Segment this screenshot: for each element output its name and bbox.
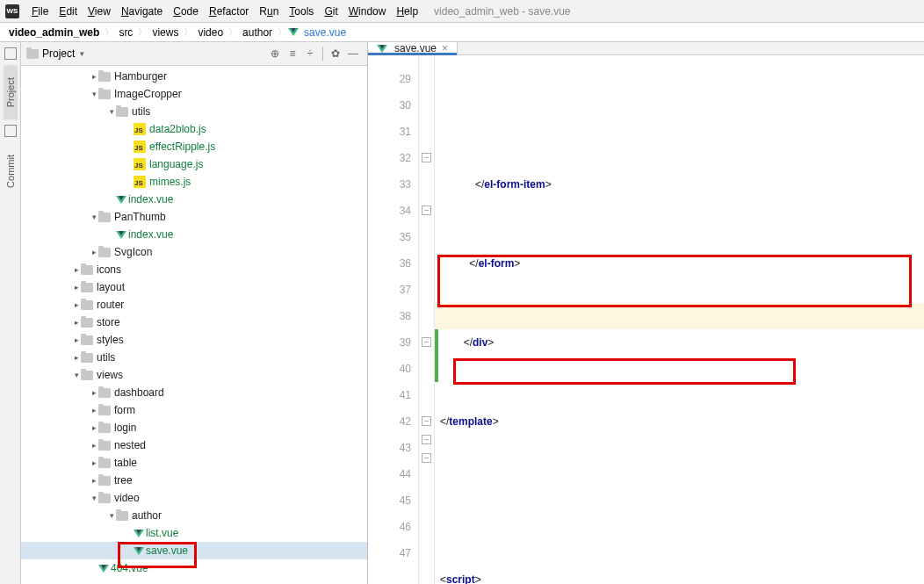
fold-marker-icon[interactable]: – bbox=[422, 435, 431, 444]
vue-file-icon bbox=[98, 565, 109, 573]
gutter-tab-project[interactable]: Project bbox=[4, 65, 18, 119]
tree-folder[interactable]: ▾video bbox=[21, 489, 367, 507]
tree-folder[interactable]: ▸tree bbox=[21, 472, 367, 489]
menu-git[interactable]: Git bbox=[319, 4, 343, 19]
tree-folder[interactable]: ▸layout bbox=[21, 278, 367, 296]
tree-folder[interactable]: ▸icons bbox=[21, 261, 367, 278]
tree-folder[interactable]: ▸styles bbox=[21, 331, 367, 349]
fold-marker-icon[interactable]: – bbox=[422, 205, 431, 215]
folder-icon bbox=[98, 248, 111, 257]
tree-folder[interactable]: ▸utils bbox=[21, 349, 367, 366]
vue-file-icon bbox=[116, 196, 126, 204]
tree-folder[interactable]: ▾utils bbox=[21, 103, 367, 120]
menu-navigate[interactable]: Navigate bbox=[116, 4, 168, 19]
tree-folder[interactable]: ▾PanThumb bbox=[21, 208, 367, 226]
tree-file[interactable]: list.vue bbox=[21, 524, 367, 542]
menu-refactor[interactable]: Refactor bbox=[204, 4, 254, 19]
tree-folder[interactable]: ▸store bbox=[21, 314, 367, 331]
menu-tools[interactable]: Tools bbox=[284, 4, 319, 19]
expand-all-icon[interactable]: ≡ bbox=[285, 47, 300, 61]
crumb-video[interactable]: video bbox=[194, 26, 227, 39]
code-editor[interactable]: 293031 323334 353637 383940 414243 44454… bbox=[368, 55, 924, 584]
fold-marker-icon[interactable]: – bbox=[422, 416, 431, 426]
tree-folder[interactable]: ▸dashboard bbox=[21, 384, 367, 401]
code-text[interactable]: </el-form-item> </el-form> </div> </temp… bbox=[435, 55, 924, 584]
js-file-icon: JS bbox=[134, 158, 146, 170]
fold-marker-icon[interactable]: – bbox=[422, 453, 431, 463]
editor-column: save.vue × 293031 323334 353637 383940 4… bbox=[368, 42, 924, 584]
menu-help[interactable]: Help bbox=[391, 4, 423, 19]
folder-icon bbox=[98, 458, 111, 468]
chevron-right-icon: 〉 bbox=[182, 26, 194, 39]
vue-file-icon bbox=[134, 547, 144, 555]
tree-file[interactable]: 404.vue bbox=[21, 559, 367, 577]
tree-folder[interactable]: ▸table bbox=[21, 454, 367, 472]
crumb-views[interactable]: views bbox=[148, 26, 182, 39]
project-tool-icon[interactable] bbox=[4, 47, 17, 60]
folder-icon bbox=[81, 371, 93, 380]
tree-folder[interactable]: ▸router bbox=[21, 296, 367, 314]
tool-window-gutter: Project Commit bbox=[0, 42, 21, 584]
crumb-project[interactable]: video_admin_web bbox=[5, 26, 103, 39]
folder-icon bbox=[81, 353, 93, 363]
menu-bar: WS File Edit View Navigate Code Refactor… bbox=[0, 0, 924, 23]
vcs-change-marker bbox=[435, 329, 438, 382]
fold-marker-icon[interactable]: – bbox=[422, 337, 431, 347]
folder-icon bbox=[98, 476, 111, 486]
select-opened-file-icon[interactable]: ⊕ bbox=[268, 47, 282, 61]
project-view-title[interactable]: Project bbox=[42, 47, 75, 60]
project-tree[interactable]: ▸Hamburger ▾ImageCropper ▾utils JSdata2b… bbox=[21, 66, 367, 584]
tree-file[interactable]: JSdata2blob.js bbox=[21, 120, 367, 138]
menu-window[interactable]: Window bbox=[343, 4, 392, 19]
tree-folder[interactable]: ▸form bbox=[21, 401, 367, 419]
tree-folder[interactable]: ▾ImageCropper bbox=[21, 85, 367, 103]
tree-folder[interactable]: ▸Hamburger bbox=[21, 68, 367, 85]
app-icon: WS bbox=[5, 4, 19, 18]
folder-icon bbox=[81, 265, 93, 275]
window-title: video_admin_web - save.vue bbox=[434, 5, 570, 18]
vue-file-icon bbox=[288, 28, 299, 36]
chevron-right-icon: 〉 bbox=[276, 26, 288, 39]
tree-folder[interactable]: ▾author bbox=[21, 507, 367, 524]
folder-icon bbox=[98, 423, 111, 433]
js-file-icon: JS bbox=[134, 141, 146, 153]
tree-folder[interactable]: ▸SvgIcon bbox=[21, 243, 367, 261]
folder-icon bbox=[81, 335, 93, 345]
settings-gear-icon[interactable]: ✿ bbox=[328, 47, 343, 61]
editor-tab-save[interactable]: save.vue × bbox=[368, 42, 458, 54]
gutter-tab-commit[interactable]: Commit bbox=[4, 142, 18, 200]
breadcrumb: video_admin_web 〉 src 〉 views 〉 video 〉 … bbox=[0, 23, 924, 42]
tree-file[interactable]: JSmimes.js bbox=[21, 173, 367, 191]
menu-view[interactable]: View bbox=[83, 4, 116, 19]
tree-file[interactable]: index.vue bbox=[21, 226, 367, 243]
tree-folder[interactable]: ▾views bbox=[21, 366, 367, 384]
folder-icon bbox=[98, 441, 111, 451]
project-view-dropdown-icon[interactable]: ▼ bbox=[78, 50, 85, 58]
line-number-gutter: 293031 323334 353637 383940 414243 44454… bbox=[368, 55, 419, 584]
fold-marker-icon[interactable]: – bbox=[422, 153, 431, 162]
chevron-right-icon: 〉 bbox=[227, 26, 239, 39]
tree-file[interactable]: JSlanguage.js bbox=[21, 155, 367, 173]
vue-file-icon bbox=[377, 45, 387, 53]
tree-file[interactable]: JSeffectRipple.js bbox=[21, 138, 367, 155]
crumb-src[interactable]: src bbox=[115, 26, 136, 39]
menu-file[interactable]: File bbox=[26, 4, 54, 19]
tree-folder[interactable]: ▸nested bbox=[21, 436, 367, 454]
crumb-author[interactable]: author bbox=[239, 26, 276, 39]
tree-folder[interactable]: ▸login bbox=[21, 419, 367, 436]
js-file-icon: JS bbox=[134, 176, 146, 188]
menu-run[interactable]: Run bbox=[254, 4, 284, 19]
vue-file-icon bbox=[116, 231, 126, 239]
hide-panel-icon[interactable]: — bbox=[346, 47, 360, 61]
divider bbox=[322, 47, 323, 61]
collapse-all-icon[interactable]: ÷ bbox=[303, 47, 317, 61]
crumb-file[interactable]: save.vue bbox=[300, 26, 350, 39]
tree-file-selected[interactable]: save.vue bbox=[21, 542, 367, 559]
folder-icon bbox=[98, 406, 111, 415]
menu-edit[interactable]: Edit bbox=[54, 4, 83, 19]
tree-file[interactable]: index.vue bbox=[21, 191, 367, 208]
folder-icon bbox=[81, 318, 93, 328]
menu-code[interactable]: Code bbox=[168, 4, 204, 19]
commit-tool-icon[interactable] bbox=[4, 125, 17, 137]
folder-icon bbox=[116, 107, 128, 117]
